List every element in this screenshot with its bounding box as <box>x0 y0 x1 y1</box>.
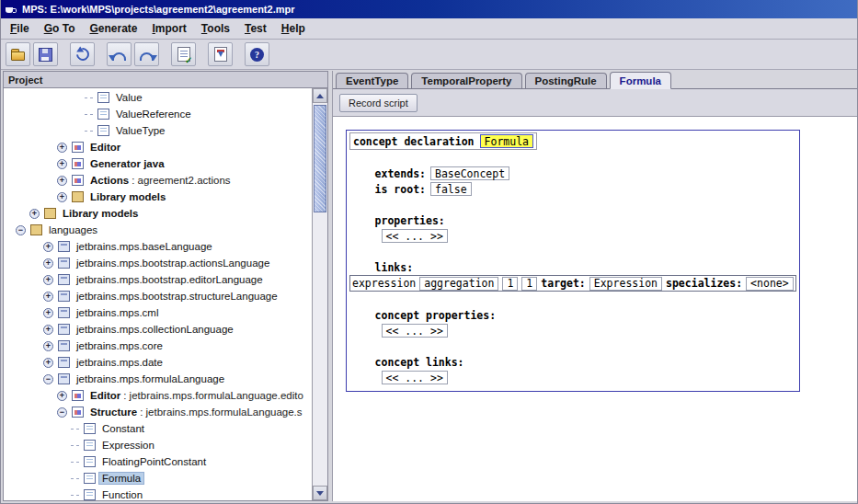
menu-test[interactable]: Test <box>237 20 274 37</box>
tree-item-valuereference[interactable]: ValueReference <box>4 106 312 122</box>
tree-item-formula[interactable]: Formula <box>4 470 312 487</box>
tree-item-valuetype[interactable]: ValueType <box>4 122 312 139</box>
save-all-button[interactable] <box>33 42 58 66</box>
menu-go-to[interactable]: Go To <box>37 20 83 37</box>
tree-item-constant[interactable]: Constant <box>4 420 312 437</box>
tree-item-jetbrains-mps-bootstrap-structurelanguage[interactable]: +jetbrains.mps.bootstrap.structureLangua… <box>4 288 312 304</box>
tree-item-jetbrains-mps-date[interactable]: +jetbrains.mps.date <box>4 354 312 371</box>
scroll-down-button[interactable] <box>313 486 327 500</box>
expand-icon[interactable]: + <box>57 391 67 401</box>
concept-icon <box>97 92 109 103</box>
tree-item-generator-java[interactable]: +Generator java <box>4 155 312 172</box>
expand-icon[interactable]: + <box>43 242 53 252</box>
language-icon <box>58 373 70 384</box>
target-cardinality-cell[interactable]: 1 <box>521 277 537 291</box>
generate-files-button[interactable] <box>208 42 233 66</box>
tree-item-jetbrains-mps-bootstrap-actionslanguage[interactable]: +jetbrains.mps.bootstrap.actionsLanguage <box>4 255 312 271</box>
tree-item-actions[interactable]: +Actions : agreement2.actions <box>4 172 312 189</box>
expand-icon[interactable]: + <box>57 176 67 186</box>
menu-import[interactable]: Import <box>145 20 194 37</box>
tree-item-label: Library models <box>87 191 168 202</box>
tab-eventtype[interactable]: EventType <box>336 73 408 88</box>
tab-postingrule[interactable]: PostingRule <box>525 73 607 88</box>
tree-line <box>68 478 82 479</box>
editor-panel: EventTypeTemporalPropertyPostingRuleForm… <box>332 71 857 501</box>
expand-icon[interactable]: + <box>29 209 40 219</box>
link-metaclass-cell[interactable]: aggregation <box>419 277 498 291</box>
tree-item-editor[interactable]: +Editor <box>4 139 312 155</box>
tree-item-jetbrains-mps-baselanguage[interactable]: +jetbrains.mps.baseLanguage <box>4 238 312 255</box>
tree-item-structure[interactable]: −Structure : jetbrains.mps.formulaLangua… <box>4 404 312 420</box>
menu-help[interactable]: Help <box>274 20 313 37</box>
tree-item-label: jetbrains.mps.bootstrap.actionsLanguage <box>74 258 272 269</box>
tree-item-jetbrains-mps-formulalanguage[interactable]: −jetbrains.mps.formulaLanguage <box>4 371 312 387</box>
tree-item-library-models[interactable]: +Library models <box>4 189 312 205</box>
tree-item-expression[interactable]: Expression <box>4 437 312 453</box>
scroll-up-button[interactable] <box>313 88 327 103</box>
tree-item-editor[interactable]: +Editor : jetbrains.mps.formulaLanguage.… <box>4 387 312 404</box>
expand-icon[interactable]: + <box>43 325 53 335</box>
link-target-cell[interactable]: Expression <box>589 277 662 291</box>
expand-icon[interactable]: + <box>43 358 53 368</box>
expand-icon[interactable]: + <box>43 292 53 302</box>
tab-formula[interactable]: Formula <box>610 72 671 89</box>
expand-icon[interactable]: + <box>57 143 67 153</box>
tree-item-label: Constant <box>99 423 147 434</box>
scrollbar-track[interactable] <box>313 103 327 486</box>
tab-temporalproperty[interactable]: TemporalProperty <box>411 73 521 88</box>
tree-item-jetbrains-mps-core[interactable]: +jetbrains.mps.core <box>4 338 312 354</box>
tree-item-label: Formula <box>99 473 143 484</box>
tree-item-label: Editor <box>87 142 123 153</box>
tree-item-jetbrains-mps-collectionlanguage[interactable]: +jetbrains.mps.collectionLanguage <box>4 321 312 338</box>
menu-generate[interactable]: Generate <box>82 20 144 37</box>
tree-item-jetbrains-mps-cml[interactable]: +jetbrains.mps.cml <box>4 304 312 321</box>
undo-button[interactable] <box>107 42 132 66</box>
tree-item-label: jetbrains.mps.bootstrap.structureLanguag… <box>74 291 280 302</box>
concept-name-cell[interactable]: Formula <box>480 134 533 148</box>
tree-scrollbar[interactable] <box>312 88 327 500</box>
tree-item-floatingpointconstant[interactable]: FloatingPointConstant <box>4 453 312 470</box>
concept-editor[interactable]: concept declarationFormulaextends:BaseCo… <box>333 117 857 501</box>
record-script-button[interactable]: Record script <box>339 94 418 112</box>
concept-header-line: concept declarationFormula <box>349 132 796 150</box>
scrollbar-thumb[interactable] <box>314 105 326 212</box>
link-role-cell[interactable]: expression <box>352 277 416 290</box>
concept-icon <box>84 489 96 500</box>
expand-icon[interactable]: + <box>43 308 53 318</box>
reload-project-button[interactable] <box>70 42 95 66</box>
collapse-icon[interactable]: − <box>43 374 53 384</box>
title-bar[interactable]: MPS: E:\work\MPS\projects\agreement2\agr… <box>1 0 857 18</box>
concept-properties-empty: << ... >> <box>349 323 796 338</box>
collapse-icon[interactable]: − <box>57 407 67 418</box>
editor-cell[interactable]: false <box>430 182 472 196</box>
check-project-button[interactable] <box>171 42 196 66</box>
redo-button[interactable] <box>134 42 159 66</box>
tree-item-jetbrains-mps-bootstrap-editorlanguage[interactable]: +jetbrains.mps.bootstrap.editorLanguage <box>4 271 312 288</box>
editor-cell[interactable]: << ... >> <box>382 371 448 384</box>
menu-file[interactable]: File <box>3 20 37 37</box>
editor-cell[interactable]: << ... >> <box>382 324 448 338</box>
floppy-icon <box>39 48 52 62</box>
editor-cell[interactable]: BaseConcept <box>430 166 509 180</box>
expand-icon[interactable]: + <box>43 275 53 285</box>
tree-item-suffix: : agreement2.actions <box>132 175 230 186</box>
expand-icon[interactable]: + <box>57 192 67 202</box>
tree-item-languages[interactable]: −languages <box>4 222 312 238</box>
expand-icon[interactable]: + <box>43 341 53 351</box>
expand-icon[interactable]: + <box>57 159 67 169</box>
checklist-icon <box>177 47 190 62</box>
link-specializes-cell[interactable]: <none> <box>746 277 794 291</box>
tree-item-library-models[interactable]: +Library models <box>4 205 312 222</box>
help-button[interactable]: ? <box>245 42 269 66</box>
concept-icon <box>84 423 96 434</box>
open-project-button[interactable] <box>6 42 30 66</box>
source-cardinality-cell[interactable]: 1 <box>502 277 518 291</box>
collapse-icon[interactable]: − <box>16 225 26 235</box>
concept-declaration-keyword: concept declaration <box>353 135 475 148</box>
editor-cell[interactable]: << ... >> <box>382 229 448 243</box>
menu-tools[interactable]: Tools <box>194 20 237 37</box>
tree-item-function[interactable]: Function <box>4 487 312 500</box>
expand-icon[interactable]: + <box>43 258 53 269</box>
tree-item-value[interactable]: Value <box>4 89 312 106</box>
language-icon <box>58 241 70 252</box>
